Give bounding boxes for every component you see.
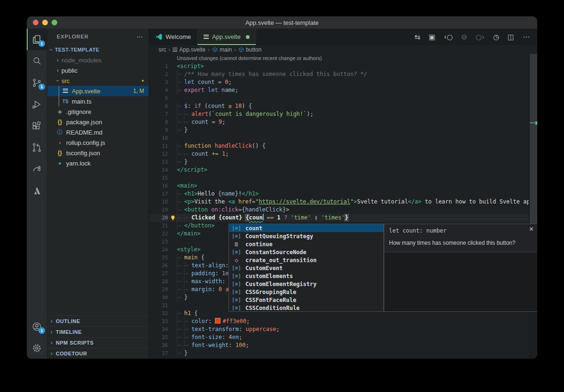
suggest-item-create_out_transition[interactable]: ◇create_out_transition bbox=[229, 256, 383, 264]
line-number: 18 bbox=[149, 198, 168, 206]
code-line-36[interactable]: 36→→font-weight: 100; bbox=[149, 341, 529, 349]
line-number: 23 bbox=[149, 238, 168, 246]
sidebar-section-codetour[interactable]: ›CODETOUR bbox=[47, 348, 149, 359]
lightbulb-icon[interactable] bbox=[170, 215, 176, 221]
breadcrumb-item-main[interactable]: main bbox=[212, 46, 232, 53]
activity-live-share-icon[interactable] bbox=[27, 158, 47, 180]
breadcrumb-item-button[interactable]: button bbox=[238, 46, 261, 53]
sidebar-section-timeline[interactable]: ›TIMELINE bbox=[47, 326, 149, 337]
activity-run-debug-icon[interactable] bbox=[27, 93, 47, 115]
more-actions-icon[interactable]: ⋯ bbox=[523, 33, 530, 41]
suggest-item-cssconditionrule[interactable]: [⊘]CSSConditionRule bbox=[229, 304, 383, 312]
code-line-2[interactable]: 2→/** How many times has someone clicked… bbox=[149, 70, 529, 78]
suggest-label: CSSConditionRule bbox=[245, 305, 300, 311]
code-line-17[interactable]: 17→<h1>Hello {name}!</h1> bbox=[149, 190, 529, 198]
code-line-4[interactable]: 4→export let name; bbox=[149, 86, 529, 94]
desktop: App.svelte — test-template 11 1 EXPLORER… bbox=[0, 0, 564, 392]
color-swatch[interactable] bbox=[215, 318, 221, 324]
tour-step-next-icon[interactable]: ○› bbox=[476, 33, 485, 41]
suggest-item-continue[interactable]: ≣continue bbox=[229, 240, 383, 248]
breadcrumb-item-app-svelte[interactable]: App.svelte bbox=[173, 46, 206, 53]
sidebar-section-npm-scripts[interactable]: ›NPM SCRIPTS bbox=[47, 337, 149, 348]
suggest-item-cssgroupingrule[interactable]: [⊘]CSSGroupingRule bbox=[229, 288, 383, 296]
code-line-37[interactable]: 37→} bbox=[149, 349, 529, 357]
code-line-15[interactable]: 15 bbox=[149, 174, 529, 182]
suggest-item-customelements[interactable]: [⊘]customElements bbox=[229, 272, 383, 280]
code-line-6[interactable]: 6→$: if (count ≥ 10) { bbox=[149, 102, 529, 110]
sidebar-section-outline[interactable]: ›OUTLINE bbox=[47, 316, 149, 326]
tab-welcome[interactable]: Welcome bbox=[149, 29, 198, 45]
dirty-indicator-dot[interactable] bbox=[246, 35, 250, 39]
close-icon[interactable]: ✕ bbox=[529, 226, 534, 233]
activity-explorer-icon[interactable]: 1 bbox=[27, 29, 47, 50]
tree-item-public[interactable]: ›public bbox=[47, 65, 149, 75]
suggest-item-count[interactable]: [⊘]count bbox=[229, 224, 383, 232]
tree-item--gitignore[interactable]: ◈.gitignore bbox=[47, 106, 149, 117]
tree-item-rollup-config-js[interactable]: ◗rollup.config.js bbox=[47, 137, 149, 148]
code-line-5[interactable]: 5 bbox=[149, 94, 529, 102]
suggest-item-cssfontfacerule[interactable]: [⊘]CSSFontFaceRule bbox=[229, 296, 383, 304]
code-line-3[interactable]: 3→let count = 0; bbox=[149, 78, 529, 86]
tour-step-current-icon[interactable]: ⊝ bbox=[461, 33, 467, 41]
titlebar[interactable]: App.svelte — test-template bbox=[27, 16, 537, 29]
code-line-10[interactable]: 10 bbox=[149, 134, 529, 142]
breadcrumb-separator: › bbox=[168, 46, 170, 53]
tree-item-main-ts[interactable]: TSmain.ts bbox=[47, 96, 149, 106]
activity-source-control-icon[interactable]: 1 bbox=[27, 72, 47, 93]
suggest-item-constantsourcenode[interactable]: [⊘]ConstantSourceNode bbox=[229, 248, 383, 256]
tree-item-node-modules[interactable]: ›node_modules bbox=[47, 55, 149, 65]
activity-github-pulls-icon[interactable] bbox=[27, 136, 47, 158]
chevron-down-icon: › bbox=[48, 46, 54, 53]
tree-item-readme-md[interactable]: ⓘREADME.md bbox=[47, 127, 149, 137]
tree-item-yarn-lock[interactable]: ●yarn.lock bbox=[47, 158, 149, 168]
badge: 1 bbox=[38, 327, 45, 334]
editor-group: WelcomeApp.svelte ⇆▣‹○⊝○›◷◫⋯ src›App.sve… bbox=[149, 29, 537, 359]
suggest-item-countqueuingstrategy[interactable]: [⊘]CountQueuingStrategy bbox=[229, 232, 383, 240]
yarn-file-icon: ● bbox=[56, 160, 64, 166]
tree-item-package-json[interactable]: {}package.json bbox=[47, 117, 149, 127]
activity-extensions-icon[interactable] bbox=[27, 115, 47, 136]
tour-step-previous-icon[interactable]: ‹○ bbox=[444, 33, 453, 41]
activity-search-icon[interactable] bbox=[27, 50, 47, 72]
code-line-8[interactable]: 8→→count = 9; bbox=[149, 118, 529, 126]
tree-item-tsconfig-json[interactable]: {}tsconfig.json bbox=[47, 148, 149, 158]
code-line-7[interactable]: 7→→alert(`count is dangerously high!`); bbox=[149, 110, 529, 118]
open-preview-icon[interactable]: ▣ bbox=[429, 33, 435, 41]
code-line-19[interactable]: 19→<button on:click={handleClick}> bbox=[149, 206, 529, 214]
record-codetour-icon[interactable]: ◷ bbox=[493, 33, 499, 41]
editor-scrollbar[interactable] bbox=[529, 54, 537, 359]
tree-root-test-template[interactable]: › TEST-TEMPLATE bbox=[47, 45, 149, 55]
line-number: 27 bbox=[149, 270, 168, 278]
code-line-9[interactable]: 9→} bbox=[149, 126, 529, 134]
code-line-33[interactable]: 33→→color: #ff3e00; bbox=[149, 317, 529, 325]
chevron-right-icon: › bbox=[47, 318, 56, 324]
code-line-11[interactable]: 11→function handleClick() { bbox=[149, 142, 529, 150]
open-changes-icon[interactable]: ⇆ bbox=[414, 33, 420, 41]
code-line-14[interactable]: 14</script> bbox=[149, 166, 529, 174]
activity-azure-icon[interactable] bbox=[27, 180, 47, 201]
scrollbar-thumb[interactable] bbox=[530, 54, 537, 224]
activity-settings-icon[interactable] bbox=[27, 337, 47, 359]
breadcrumb-item-src[interactable]: src bbox=[159, 46, 166, 53]
code-line-20[interactable]: 20→→Clicked {count} {coun == 1 ? 'time' … bbox=[149, 214, 529, 222]
tree-item-src[interactable]: ›src● bbox=[47, 75, 149, 86]
tab-label: App.svelte bbox=[212, 33, 241, 40]
suggest-item-customevent[interactable]: [⊘]CustomEvent bbox=[229, 264, 383, 272]
code-line-35[interactable]: 35→→font-size: 4em; bbox=[149, 333, 529, 341]
explorer-more-actions-icon[interactable]: ⋯ bbox=[137, 33, 143, 40]
tree-item-app-svelte[interactable]: App.svelte1, M bbox=[47, 86, 149, 96]
code-editor[interactable]: Unsaved changes (cannot determine recent… bbox=[149, 54, 537, 359]
code-line-13[interactable]: 13→} bbox=[149, 158, 529, 166]
line-number: 19 bbox=[149, 206, 168, 214]
code-line-34[interactable]: 34→→text-transform: uppercase; bbox=[149, 325, 529, 333]
code-line-12[interactable]: 12→→count += 1; bbox=[149, 150, 529, 158]
tab-app-svelte[interactable]: App.svelte bbox=[198, 29, 256, 45]
suggest-item-customelementregistry[interactable]: [⊘]CustomElementRegistry bbox=[229, 280, 383, 288]
code-line-18[interactable]: 18→<p>Visit the <a href="https://svelte.… bbox=[149, 198, 529, 206]
activity-account-icon[interactable]: 1 bbox=[27, 316, 47, 337]
code-line-16[interactable]: 16<main> bbox=[149, 182, 529, 190]
code-line-1[interactable]: 1<script> bbox=[149, 62, 529, 70]
suggest-label: CSSGroupingRule bbox=[245, 289, 296, 295]
split-editor-icon[interactable]: ◫ bbox=[508, 33, 514, 41]
file-name: tsconfig.json bbox=[66, 150, 100, 157]
